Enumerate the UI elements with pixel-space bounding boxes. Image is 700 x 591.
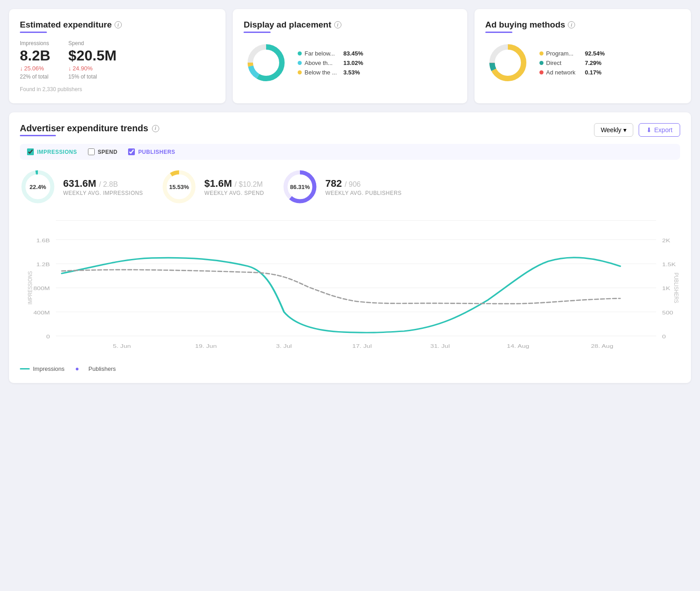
svg-text:500: 500: [662, 309, 673, 315]
svg-text:0: 0: [662, 333, 666, 339]
legend-item-above: Above th... 13.02%: [298, 60, 363, 66]
impressions-line: [62, 258, 620, 332]
spend-label: Spend: [69, 40, 117, 46]
spend-change: 24.90%: [69, 65, 117, 72]
svg-text:1.6B: 1.6B: [36, 237, 50, 243]
export-button[interactable]: ⬇ Export: [639, 123, 680, 137]
impressions-checkbox-input[interactable]: [27, 148, 34, 155]
estimated-title: Estimated expenditure i: [20, 20, 215, 30]
legend-item-adnetwork: Ad network 0.17%: [539, 69, 605, 76]
chevron-down-icon: ▾: [623, 126, 626, 134]
svg-text:800M: 800M: [33, 286, 50, 291]
svg-text:1.2B: 1.2B: [36, 261, 50, 267]
publishers-metric-text: 782 / 906 WEEKLY AVG. PUBLISHERS: [325, 178, 401, 196]
publishers-checkbox-input[interactable]: [128, 148, 135, 155]
farbelow-dot: [298, 51, 302, 55]
display-title-underline: [244, 32, 271, 33]
svg-text:31. Jul: 31. Jul: [430, 343, 450, 349]
display-info-icon[interactable]: i: [334, 21, 341, 28]
impressions-checkbox[interactable]: IMPRESSIONS: [27, 148, 77, 155]
svg-point-42: [76, 368, 78, 370]
svg-text:0: 0: [46, 333, 50, 339]
impressions-total: 22% of total: [20, 74, 51, 80]
publishers-metric-block: 86.31% 782 / 906 WEEKLY AVG. PUBLISHERS: [282, 169, 401, 205]
display-legend: Far below... 83.45% Above th... 13.02% B…: [298, 50, 363, 76]
trends-controls: Weekly ▾ ⬇ Export: [594, 123, 680, 137]
impressions-metric: Impressions 8.2B 25.06% 22% of total: [20, 40, 51, 80]
trends-title: Advertiser expenditure trends i: [20, 123, 159, 134]
legend-item-farbelow: Far below... 83.45%: [298, 50, 363, 57]
adnetwork-dot: [539, 70, 543, 74]
impressions-metric-block: 22.4% 631.6M / 2.8B WEEKLY AVG. IMPRESSI…: [20, 169, 143, 205]
svg-text:86.31%: 86.31%: [290, 184, 310, 190]
publishers-legend-entry: Publishers: [75, 365, 116, 372]
trends-title-block: Advertiser expenditure trends i: [20, 123, 159, 136]
svg-text:14. Aug: 14. Aug: [507, 343, 530, 349]
svg-text:22.4%: 22.4%: [30, 184, 46, 190]
svg-text:19. Jun: 19. Jun: [195, 343, 217, 349]
estimated-info-icon[interactable]: i: [115, 21, 122, 28]
chart-legend: Impressions Publishers: [20, 365, 680, 372]
svg-text:5. Jun: 5. Jun: [113, 343, 131, 349]
spend-checkbox-input[interactable]: [88, 148, 95, 155]
publishers-note: Found in 2,330 publishers: [20, 86, 215, 92]
buying-legend: Program... 92.54% Direct 7.29% Ad networ…: [539, 50, 605, 76]
legend-item-programmatic: Program... 92.54%: [539, 50, 605, 57]
impressions-legend-line: [20, 368, 30, 369]
svg-text:IMPRESSIONS: IMPRESSIONS: [26, 271, 33, 305]
legend-item-direct: Direct 7.29%: [539, 60, 605, 66]
trends-info-icon[interactable]: i: [152, 125, 159, 132]
spend-metric-block: 15.53% $1.6M / $10.2M WEEKLY AVG. SPEND: [161, 169, 264, 205]
above-dot: [298, 61, 302, 65]
svg-text:400M: 400M: [33, 309, 50, 315]
buying-title: Ad buying methods i: [485, 20, 680, 30]
display-donut-section: Far below... 83.45% Above th... 13.02% B…: [244, 40, 456, 85]
display-placement-card: Display ad placement i Far below... 8: [233, 9, 467, 103]
display-donut-chart: [244, 40, 289, 85]
buying-donut-section: Program... 92.54% Direct 7.29% Ad networ…: [485, 40, 680, 85]
buying-info-icon[interactable]: i: [568, 21, 575, 28]
spend-value: $20.5M: [69, 47, 117, 64]
svg-text:PUBLISHERS: PUBLISHERS: [672, 272, 679, 303]
publishers-donut: 86.31%: [282, 169, 318, 205]
svg-text:1K: 1K: [662, 286, 670, 291]
estimated-expenditure-card: Estimated expenditure i Impressions 8.2B…: [9, 9, 226, 103]
impressions-metric-text: 631.6M / 2.8B WEEKLY AVG. IMPRESSIONS: [63, 178, 143, 196]
below-dot: [298, 70, 302, 74]
weekly-button[interactable]: Weekly ▾: [594, 123, 633, 137]
impressions-label: Impressions: [20, 40, 51, 46]
publishers-checkbox[interactable]: PUBLISHERS: [128, 148, 175, 155]
svg-text:1.5K: 1.5K: [662, 261, 676, 267]
spend-metric: Spend $20.5M 24.90% 15% of total: [69, 40, 117, 80]
exp-metrics-row: Impressions 8.2B 25.06% 22% of total Spe…: [20, 40, 215, 80]
spend-checkbox[interactable]: SPEND: [88, 148, 118, 155]
trends-card: Advertiser expenditure trends i Weekly ▾…: [9, 112, 691, 383]
spend-donut: 15.53%: [161, 169, 197, 205]
metrics-row: 22.4% 631.6M / 2.8B WEEKLY AVG. IMPRESSI…: [20, 169, 680, 205]
svg-text:2K: 2K: [662, 237, 670, 243]
direct-dot: [539, 61, 543, 65]
impressions-change: 25.06%: [20, 65, 51, 72]
checkboxes-row: IMPRESSIONS SPEND PUBLISHERS: [20, 144, 680, 160]
svg-text:17. Jul: 17. Jul: [352, 343, 372, 349]
publishers-legend-line: [75, 367, 85, 371]
trends-title-underline: [20, 135, 56, 136]
buying-donut-chart: [485, 40, 530, 85]
legend-item-below: Below the ... 3.53%: [298, 69, 363, 76]
ad-buying-card: Ad buying methods i Program... 92.54%: [474, 9, 691, 103]
publishers-line: [62, 270, 620, 304]
trends-chart: 0 400M 800M 1.2B 1.6B 0 500 1K 1.5K 2K 5…: [20, 216, 680, 360]
display-title: Display ad placement i: [244, 20, 456, 30]
top-cards-section: Estimated expenditure i Impressions 8.2B…: [9, 9, 691, 103]
spend-total: 15% of total: [69, 74, 117, 80]
spend-metric-text: $1.6M / $10.2M WEEKLY AVG. SPEND: [204, 178, 264, 196]
estimated-title-underline: [20, 32, 47, 33]
buying-title-underline: [485, 32, 512, 33]
impressions-legend-entry: Impressions: [20, 365, 64, 372]
svg-text:15.53%: 15.53%: [169, 184, 189, 190]
programmatic-dot: [539, 51, 543, 55]
impressions-donut: 22.4%: [20, 169, 56, 205]
download-icon: ⬇: [646, 126, 652, 134]
chart-area: 0 400M 800M 1.2B 1.6B 0 500 1K 1.5K 2K 5…: [20, 216, 680, 360]
svg-text:28. Aug: 28. Aug: [591, 343, 613, 349]
